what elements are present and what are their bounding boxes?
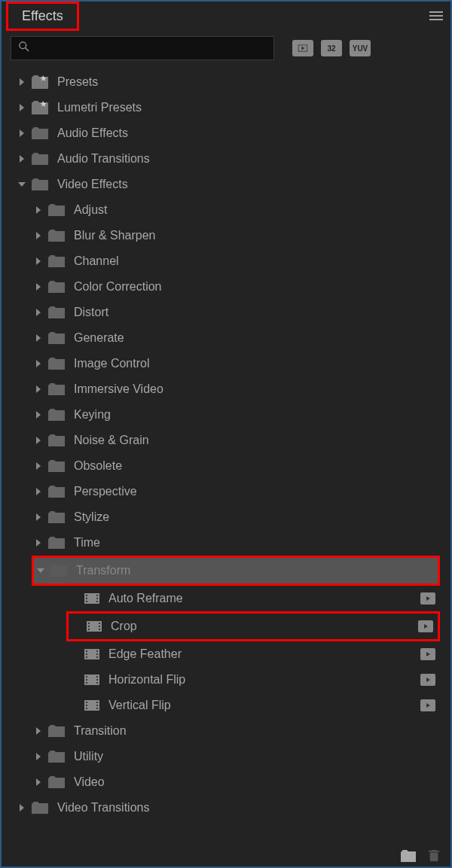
accelerated-badge-icon xyxy=(420,674,435,686)
svg-marker-4 xyxy=(20,78,24,86)
effect-icon xyxy=(84,648,99,660)
search-box[interactable] xyxy=(11,36,274,60)
tree-item-keying[interactable]: Keying xyxy=(2,402,450,428)
accelerated-effects-filter-icon[interactable] xyxy=(292,40,313,56)
svg-marker-67 xyxy=(36,727,41,735)
folder-icon xyxy=(48,537,65,549)
chevron-down-icon xyxy=(17,179,27,190)
folder-icon xyxy=(48,332,65,344)
svg-rect-45 xyxy=(86,653,87,655)
item-label: Video Effects xyxy=(57,178,128,191)
svg-rect-49 xyxy=(96,656,98,658)
effects-tab[interactable]: Effects xyxy=(6,2,79,31)
tree-item-audio-transitions[interactable]: Audio Transitions xyxy=(2,146,450,172)
folder-icon xyxy=(48,281,65,293)
tree-item-obsolete[interactable]: Obsolete xyxy=(2,453,450,479)
svg-rect-29 xyxy=(86,601,87,602)
chevron-right-icon xyxy=(33,282,44,292)
tree-item-adjust[interactable]: Adjust xyxy=(2,197,450,223)
svg-marker-69 xyxy=(36,778,41,786)
tree-item-color-correction[interactable]: Color Correction xyxy=(2,274,450,300)
svg-rect-40 xyxy=(99,626,100,627)
tree-item-immersive-video[interactable]: Immersive Video xyxy=(2,376,450,402)
item-label: Distort xyxy=(74,306,108,319)
effects-panel: Effects 32 YUV Presets xyxy=(0,0,452,868)
svg-marker-22 xyxy=(36,488,41,495)
svg-rect-57 xyxy=(96,682,98,684)
transform-highlight: Transform xyxy=(32,556,440,586)
hamburger-menu-icon[interactable] xyxy=(429,11,443,20)
tree-item-time[interactable]: Time xyxy=(2,530,450,556)
tree-item-image-control[interactable]: Image Control xyxy=(2,351,450,376)
svg-marker-42 xyxy=(424,624,428,629)
tree-item-video-transitions[interactable]: Video Transitions xyxy=(2,795,450,821)
effect-icon xyxy=(84,592,99,605)
tree-item-utility[interactable]: Utility xyxy=(2,744,450,769)
folder-icon xyxy=(48,409,65,421)
svg-rect-64 xyxy=(96,705,98,706)
folder-icon xyxy=(48,230,65,242)
tree-item-audio-effects[interactable]: Audio Effects xyxy=(2,120,450,146)
tree-item-presets[interactable]: Presets xyxy=(2,69,450,95)
svg-point-0 xyxy=(20,42,26,49)
svg-rect-71 xyxy=(430,853,438,862)
item-label: Video xyxy=(74,775,105,789)
folder-icon xyxy=(32,178,48,190)
item-label: Immersive Video xyxy=(74,382,163,396)
tree-item-video[interactable]: Video xyxy=(2,769,450,795)
32bit-filter-icon[interactable]: 32 xyxy=(321,40,342,56)
svg-marker-66 xyxy=(426,703,430,708)
item-label: Blur & Sharpen xyxy=(74,229,156,242)
presets-bin-icon xyxy=(32,75,48,89)
svg-rect-27 xyxy=(86,595,87,596)
tree-item-edge-feather[interactable]: Edge Feather xyxy=(2,641,450,667)
item-label: Presets xyxy=(57,75,98,89)
tree-item-generate[interactable]: Generate xyxy=(2,325,450,351)
folder-icon xyxy=(48,776,65,788)
accelerated-badge-icon xyxy=(420,592,435,605)
svg-line-1 xyxy=(26,48,29,51)
svg-marker-6 xyxy=(20,104,24,111)
tree-item-stylize[interactable]: Stylize xyxy=(2,504,450,530)
svg-marker-24 xyxy=(36,539,41,547)
svg-marker-68 xyxy=(36,753,41,760)
search-input[interactable] xyxy=(35,42,266,54)
tree-item-crop[interactable]: Crop xyxy=(69,614,438,639)
tree-item-noise-grain[interactable]: Noise & Grain xyxy=(2,428,450,453)
tree-item-lumetri-presets[interactable]: Lumetri Presets xyxy=(2,95,450,120)
tree-item-perspective[interactable]: Perspective xyxy=(2,479,450,504)
tree-item-horizontal-flip[interactable]: Horizontal Flip xyxy=(2,667,450,693)
tree-item-auto-reframe[interactable]: Auto Reframe xyxy=(2,586,450,611)
new-bin-icon[interactable] xyxy=(401,850,416,862)
item-label: Transition xyxy=(74,724,127,738)
chevron-right-icon xyxy=(33,256,44,266)
svg-marker-10 xyxy=(18,182,26,187)
yuv-filter-icon[interactable]: YUV xyxy=(350,40,371,56)
tree-item-transition[interactable]: Transition xyxy=(2,718,450,744)
svg-rect-53 xyxy=(86,679,87,681)
svg-marker-20 xyxy=(36,437,41,444)
item-label: Adjust xyxy=(74,203,107,217)
folder-icon xyxy=(32,153,48,165)
chevron-right-icon xyxy=(17,77,27,87)
search-icon xyxy=(19,41,29,55)
trash-icon[interactable] xyxy=(426,850,441,862)
folder-icon xyxy=(32,127,48,139)
svg-rect-46 xyxy=(86,656,87,658)
svg-rect-61 xyxy=(86,705,87,706)
effect-icon xyxy=(87,620,102,632)
tree-item-blur-sharpen[interactable]: Blur & Sharpen xyxy=(2,223,450,248)
tree-item-vertical-flip[interactable]: Vertical Flip xyxy=(2,693,450,718)
folder-icon xyxy=(48,383,65,395)
svg-rect-37 xyxy=(88,626,90,627)
tree-item-channel[interactable]: Channel xyxy=(2,248,450,274)
chevron-right-icon xyxy=(17,102,27,113)
item-label: Utility xyxy=(74,750,103,763)
svg-marker-9 xyxy=(20,155,24,163)
tree-item-video-effects[interactable]: Video Effects xyxy=(2,172,450,197)
tree-item-transform[interactable]: Transform xyxy=(34,558,438,583)
chevron-right-icon xyxy=(33,307,44,318)
tree-item-distort[interactable]: Distort xyxy=(2,300,450,325)
chevron-right-icon xyxy=(33,205,44,215)
item-label: Time xyxy=(74,536,100,550)
